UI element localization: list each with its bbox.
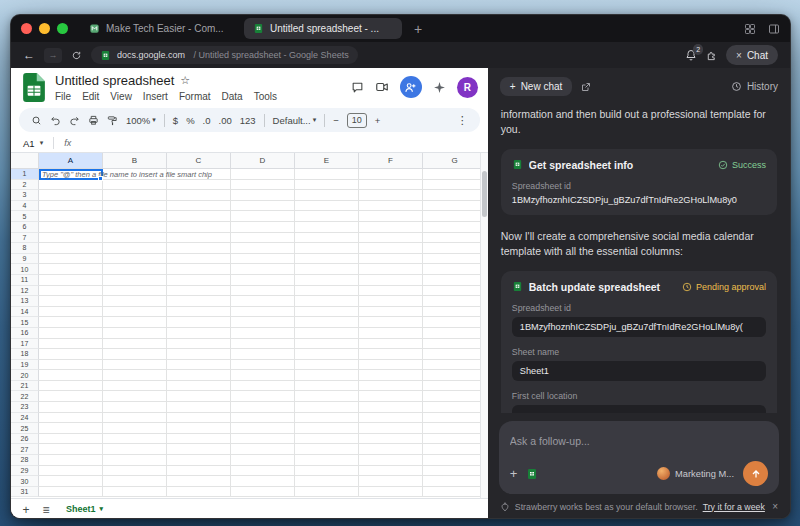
grid-cell[interactable]	[167, 476, 231, 487]
grid-cell[interactable]	[423, 328, 487, 339]
menu-format[interactable]: Format	[179, 91, 211, 102]
grid-cell[interactable]	[423, 264, 487, 275]
grid-cell[interactable]	[295, 201, 359, 212]
row-header[interactable]: 4	[11, 201, 39, 212]
notifications-bell-icon[interactable]: 2	[685, 49, 697, 61]
grid-cell[interactable]	[231, 190, 295, 201]
grid-cell[interactable]	[167, 466, 231, 477]
column-header[interactable]: G	[423, 153, 487, 168]
grid-cell[interactable]	[103, 349, 167, 360]
grid-cell[interactable]	[359, 254, 423, 265]
grid-cell[interactable]	[359, 487, 423, 498]
grid-cell[interactable]	[359, 391, 423, 402]
send-button[interactable]	[743, 461, 768, 486]
grid-cell[interactable]	[231, 275, 295, 286]
grid-cell[interactable]	[103, 296, 167, 307]
row-header[interactable]: 10	[11, 264, 39, 275]
grid-cell[interactable]	[359, 307, 423, 318]
grid-cell[interactable]	[39, 211, 103, 222]
grid-cell[interactable]	[423, 211, 487, 222]
format-percent-button[interactable]: %	[186, 115, 194, 126]
grid-cell[interactable]	[423, 254, 487, 265]
extensions-puzzle-icon[interactable]	[706, 50, 717, 61]
grid-cell[interactable]	[167, 413, 231, 424]
new-tab-button[interactable]: +	[410, 21, 426, 37]
grid-cell[interactable]	[39, 487, 103, 498]
share-button[interactable]	[400, 76, 422, 98]
attach-plus-icon[interactable]: +	[510, 467, 518, 480]
row-header[interactable]: 31	[11, 487, 39, 498]
grid-cell[interactable]	[103, 444, 167, 455]
row-header[interactable]: 27	[11, 444, 39, 455]
grid-cell[interactable]	[295, 328, 359, 339]
grid-cell[interactable]	[423, 169, 487, 180]
grid-cell[interactable]	[359, 360, 423, 371]
grid-cell[interactable]	[359, 243, 423, 254]
grid-cell[interactable]	[167, 254, 231, 265]
account-avatar[interactable]: R	[457, 77, 478, 98]
grid-cell[interactable]	[231, 381, 295, 392]
row-header[interactable]: 30	[11, 476, 39, 487]
field-value[interactable]: 1BMzyfhoznhICZSDPju_gBZu7dfTnIdRe2GHoLlM…	[512, 317, 766, 337]
grid-cell[interactable]	[423, 233, 487, 244]
grid-cell[interactable]	[39, 190, 103, 201]
grid-cell[interactable]	[231, 243, 295, 254]
grid-cell[interactable]	[295, 275, 359, 286]
sheet-tab-sheet1[interactable]: Sheet1▾	[57, 499, 112, 519]
back-button[interactable]: ←	[23, 48, 35, 62]
field-value[interactable]: Sheet1	[512, 361, 766, 381]
sidebar-toggle-icon[interactable]	[768, 23, 780, 35]
row-header[interactable]: 2	[11, 180, 39, 191]
grid-cell[interactable]	[423, 296, 487, 307]
grid-cell[interactable]	[231, 254, 295, 265]
row-header[interactable]: 12	[11, 286, 39, 297]
grid-cell[interactable]	[39, 286, 103, 297]
grid-cell[interactable]	[423, 307, 487, 318]
grid-cell[interactable]	[359, 455, 423, 466]
gemini-sparkle-icon[interactable]	[433, 81, 446, 94]
grid-cell[interactable]	[295, 317, 359, 328]
tab-overview-icon[interactable]	[744, 23, 756, 35]
menu-insert[interactable]: Insert	[143, 91, 168, 102]
grid-cell[interactable]	[423, 434, 487, 445]
grid-cell[interactable]	[295, 370, 359, 381]
grid-cell[interactable]	[423, 243, 487, 254]
row-header[interactable]: 1	[11, 169, 39, 180]
grid-cell[interactable]	[231, 328, 295, 339]
grid-cell[interactable]	[231, 286, 295, 297]
row-header[interactable]: 6	[11, 222, 39, 233]
grid-cell[interactable]	[295, 413, 359, 424]
column-header[interactable]: A	[39, 153, 103, 168]
grid-cell[interactable]	[295, 444, 359, 455]
grid-cell[interactable]	[39, 476, 103, 487]
grid-cell[interactable]	[359, 211, 423, 222]
grid-cell[interactable]	[103, 487, 167, 498]
field-value[interactable]	[512, 405, 766, 413]
row-header[interactable]: 21	[11, 381, 39, 392]
address-bar[interactable]: docs.google.com / Untitled spreadsheet -…	[91, 46, 358, 64]
grid-cell[interactable]	[167, 307, 231, 318]
column-header[interactable]: D	[231, 153, 295, 168]
grid-cell[interactable]	[39, 466, 103, 477]
grid-cell[interactable]	[103, 423, 167, 434]
grid-cell[interactable]	[231, 264, 295, 275]
font-size-input[interactable]: 10	[347, 113, 367, 128]
grid-cell[interactable]	[39, 339, 103, 350]
grid-cell[interactable]	[295, 466, 359, 477]
grid-cell[interactable]	[167, 243, 231, 254]
banner-close-icon[interactable]: ×	[772, 501, 778, 512]
grid-cell[interactable]	[295, 381, 359, 392]
grid-cell[interactable]	[359, 339, 423, 350]
grid-cell[interactable]	[295, 180, 359, 191]
meet-camera-icon[interactable]	[375, 80, 389, 94]
close-window-button[interactable]	[21, 23, 32, 34]
column-header[interactable]: C	[167, 153, 231, 168]
font-select[interactable]: Default...▾	[273, 115, 317, 126]
grid-cell[interactable]	[167, 487, 231, 498]
minimize-window-button[interactable]	[39, 23, 50, 34]
grid-cell[interactable]	[295, 233, 359, 244]
grid-cell[interactable]	[167, 211, 231, 222]
grid-cell[interactable]	[103, 360, 167, 371]
grid-cell[interactable]	[103, 370, 167, 381]
grid-cell[interactable]	[39, 317, 103, 328]
